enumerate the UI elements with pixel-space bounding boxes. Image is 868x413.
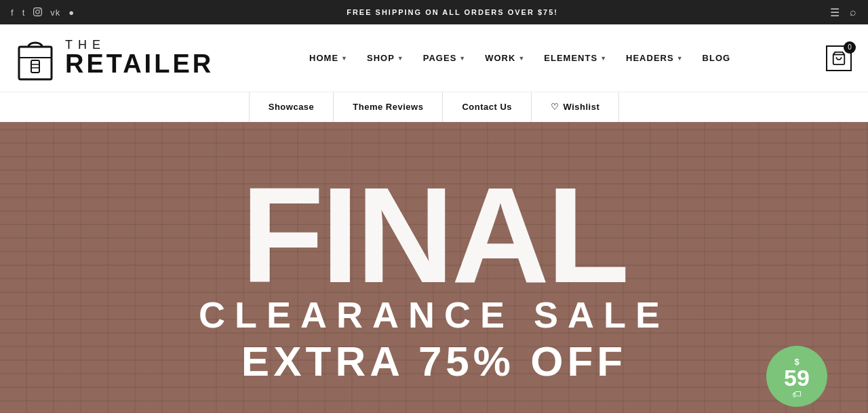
price-badge: $ 59 🏷 [766, 346, 827, 407]
hero-line1: FINAL [241, 178, 627, 293]
spotify-icon[interactable]: ● [68, 8, 75, 17]
nav-item-blog[interactable]: BLOG [693, 53, 741, 63]
primary-nav: HOME ▼ SHOP ▼ PAGES ▼ WORK ▼ ELEMENTS [300, 53, 740, 63]
chevron-down-icon: ▼ [459, 55, 466, 62]
vk-icon[interactable]: vk [50, 8, 60, 17]
nav-link-theme-reviews[interactable]: Theme Reviews [334, 92, 443, 122]
nav-link-home[interactable]: HOME ▼ [300, 53, 357, 63]
nav-item-home[interactable]: HOME ▼ [300, 53, 357, 63]
hero-section: FINAL CLEARANCE SALE EXTRA 75% OFF $ 59 … [0, 122, 868, 413]
nav-link-contact-us[interactable]: Contact Us [443, 92, 532, 122]
chevron-down-icon: ▼ [600, 55, 607, 62]
cart-count: 0 [844, 41, 856, 54]
nav-link-shop[interactable]: SHOP ▼ [357, 53, 414, 63]
nav-item-elements[interactable]: ELEMENTS ▼ [534, 53, 616, 63]
top-bar-actions: ☰ ⌕ [830, 6, 857, 19]
nav-item-pages[interactable]: PAGES ▼ [414, 53, 475, 63]
shipping-notice: FREE SHIPPING ON ALL ORDERS OVER $75! [347, 8, 558, 16]
chevron-down-icon: ▼ [677, 55, 684, 62]
secondary-nav: Showcase Theme Reviews Contact Us ♡ Wish… [0, 92, 868, 122]
hero-text: FINAL CLEARANCE SALE EXTRA 75% OFF [0, 122, 868, 413]
social-icons: f t vk ● [11, 7, 75, 18]
nav-link-showcase[interactable]: Showcase [249, 92, 334, 122]
nav-item-shop[interactable]: SHOP ▼ [357, 53, 414, 63]
hero-line3: EXTRA 75% OFF [241, 337, 627, 385]
logo-bag-icon [16, 35, 54, 82]
facebook-icon[interactable]: f [11, 8, 14, 17]
nav-link-headers[interactable]: HEADERS ▼ [616, 53, 693, 63]
top-bar: f t vk ● FREE SHIPPING ON ALL ORDERS OVE… [0, 0, 868, 24]
cart-button[interactable]: 0 [826, 45, 852, 71]
nav-link-work[interactable]: WORK ▼ [475, 53, 534, 63]
nav-item-work[interactable]: WORK ▼ [475, 53, 534, 63]
chevron-down-icon: ▼ [397, 55, 404, 62]
logo-the: THE [65, 39, 214, 51]
price-tag-icon: 🏷 [792, 389, 802, 399]
instagram-icon[interactable] [33, 7, 42, 18]
nav-link-wishlist[interactable]: ♡ Wishlist [532, 92, 619, 122]
twitter-icon[interactable]: t [22, 8, 26, 17]
top-bar-left: f t vk ● [11, 7, 75, 18]
nav-link-elements[interactable]: ELEMENTS ▼ [534, 53, 616, 63]
main-nav: THE RETAILER HOME ▼ SHOP ▼ PAGES ▼ WORK [0, 24, 868, 92]
price-amount: 59 [784, 366, 810, 389]
chevron-down-icon: ▼ [341, 55, 348, 62]
logo-retailer: RETAILER [65, 51, 214, 78]
svg-rect-0 [19, 47, 52, 79]
svg-rect-2 [31, 60, 39, 73]
nav-link-blog[interactable]: BLOG [693, 53, 741, 63]
cart-bag-icon: 0 [826, 45, 852, 71]
logo[interactable]: THE RETAILER [16, 35, 214, 82]
menu-icon[interactable]: ☰ [830, 6, 840, 19]
chevron-down-icon: ▼ [518, 55, 525, 62]
logo-text: THE RETAILER [65, 39, 214, 78]
heart-icon: ♡ [551, 102, 559, 112]
nav-link-pages[interactable]: PAGES ▼ [414, 53, 475, 63]
nav-item-headers[interactable]: HEADERS ▼ [616, 53, 693, 63]
search-icon[interactable]: ⌕ [850, 6, 857, 18]
